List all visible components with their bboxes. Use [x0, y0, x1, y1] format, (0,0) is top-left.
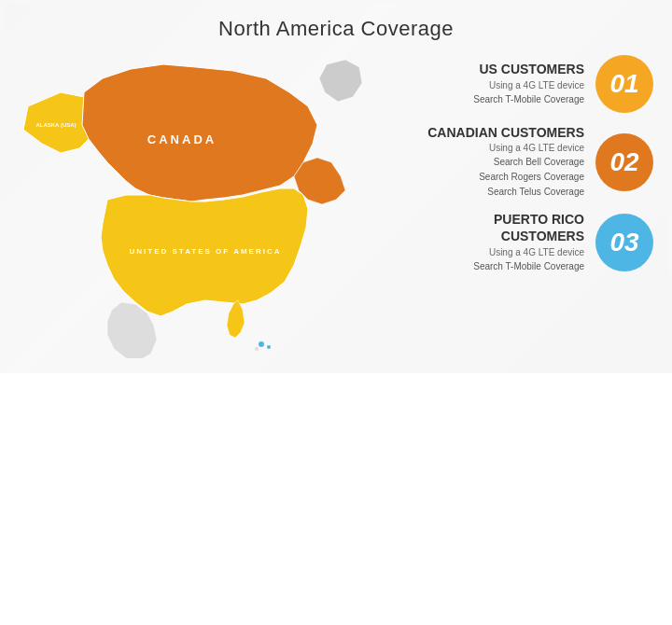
us-customers-badge: 01 [595, 55, 653, 113]
caribbean-dot-2 [255, 347, 259, 351]
alaska-label: ALASKA (USA) [35, 122, 76, 128]
us-customers-links[interactable]: Search T-Mobile Coverage [401, 92, 584, 107]
canada-region: CANADA [82, 64, 345, 204]
us-customers-text: US CUSTOMERS Using a 4G LTE device Searc… [401, 61, 584, 106]
content-area: North America Coverage ALASKA (USA) CANA… [0, 0, 672, 373]
north-america-map: ALASKA (USA) CANADA UNITED STATES OF AME… [9, 50, 383, 358]
puerto-rico-dot [259, 341, 264, 347]
main-layout: ALASKA (USA) CANADA UNITED STATES OF AME… [0, 50, 672, 377]
canadian-customers-links[interactable]: Search Bell Coverage Search Rogers Cover… [401, 155, 584, 200]
puertorico-customers-text: PUERTO RICOCUSTOMERS Using a 4G LTE devi… [401, 211, 584, 273]
puertorico-customers-panel: PUERTO RICOCUSTOMERS Using a 4G LTE devi… [401, 211, 653, 273]
canadian-customers-subtitle: Using a 4G LTE device [401, 141, 584, 155]
caribbean-dot-1 [267, 345, 271, 349]
us-customers-subtitle: Using a 4G LTE device [401, 78, 584, 92]
puertorico-customers-links[interactable]: Search T-Mobile Coverage [401, 259, 584, 274]
puertorico-customers-title: PUERTO RICOCUSTOMERS [401, 211, 584, 244]
usa-label: UNITED STATES OF AMERICA [130, 247, 282, 256]
bottom-white-area [0, 373, 672, 625]
info-panels: US CUSTOMERS Using a 4G LTE device Searc… [401, 50, 653, 274]
puertorico-customers-subtitle: Using a 4G LTE device [401, 245, 584, 259]
canadian-customers-text: CANADIAN CUSTOMERS Using a 4G LTE device… [401, 124, 584, 200]
greenland-region [319, 60, 362, 102]
us-customers-title: US CUSTOMERS [401, 61, 584, 77]
page-title: North America Coverage [0, 0, 672, 50]
us-customers-panel: US CUSTOMERS Using a 4G LTE device Searc… [401, 55, 653, 113]
canadian-customers-title: CANADIAN CUSTOMERS [401, 124, 584, 141]
canadian-customers-panel: CANADIAN CUSTOMERS Using a 4G LTE device… [401, 124, 653, 200]
canadian-customers-badge: 02 [595, 133, 653, 191]
canada-label: CANADA [147, 132, 217, 146]
puertorico-customers-badge: 03 [595, 214, 653, 271]
map-container: ALASKA (USA) CANADA UNITED STATES OF AME… [9, 50, 401, 368]
